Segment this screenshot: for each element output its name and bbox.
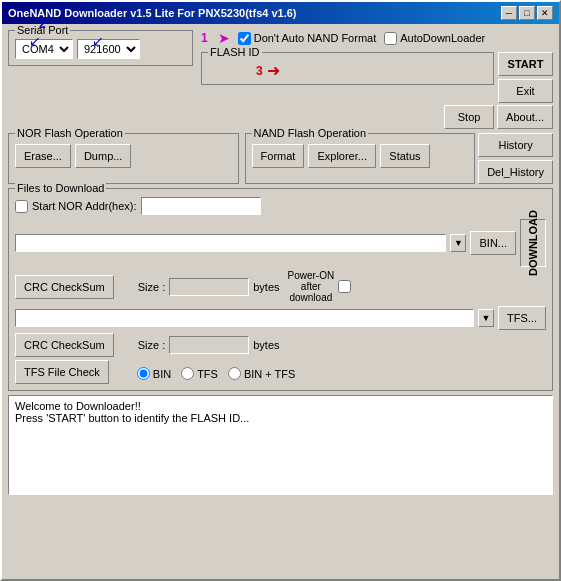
- tfs-file-row: ▼ TFS...: [15, 306, 546, 330]
- auto-downloader-checkbox[interactable]: [384, 32, 397, 45]
- nor-flash-label: NOR Flash Operation: [15, 127, 125, 139]
- start-exit-area: START Exit: [498, 52, 553, 103]
- flash-id-label: FLASH ID: [208, 46, 262, 58]
- history-button[interactable]: History: [478, 133, 553, 157]
- download-label: download: [289, 292, 332, 303]
- title-bar-buttons: ─ □ ✕: [501, 6, 553, 20]
- auto-downloader-checkbox-label[interactable]: AutoDownLoader: [384, 32, 485, 45]
- power-on-label: Power-ON: [288, 270, 335, 281]
- serial-port-group: Serial Port 2 COM4 COM1 COM2 COM3 921600…: [8, 30, 193, 66]
- nor-flash-group: NOR Flash Operation Erase... Dump...: [8, 133, 239, 184]
- about-button[interactable]: About...: [497, 105, 553, 129]
- serial-port-row: COM4 COM1 COM2 COM3 921600 9600 19200 38…: [15, 39, 186, 59]
- tfs-check-radio-row: TFS File Check BIN TFS BIN + TFS: [15, 360, 546, 384]
- power-on-checkbox[interactable]: [338, 280, 351, 293]
- maximize-button[interactable]: □: [519, 6, 535, 20]
- radio-tfs-label[interactable]: TFS: [181, 367, 218, 380]
- baud-rate-select[interactable]: 921600 9600 19200 38400 57600 115200: [77, 39, 140, 59]
- flash-operations: NOR Flash Operation Erase... Dump... NAN…: [8, 133, 475, 184]
- top-right-area: 1 ➤ Don't Auto NAND Format AutoDownLoade…: [201, 30, 553, 129]
- nor-op-buttons: Erase... Dump...: [15, 144, 232, 168]
- tfs-file-check-button[interactable]: TFS File Check: [15, 360, 109, 384]
- tfs-dropdown-btn[interactable]: ▼: [478, 309, 494, 327]
- format-button[interactable]: Format: [252, 144, 305, 168]
- erase-button[interactable]: Erase...: [15, 144, 71, 168]
- start-nor-addr-input[interactable]: [141, 197, 261, 215]
- stop-about-row: Stop About...: [201, 105, 553, 129]
- log-area: Welcome to Downloader!! Press 'START' bu…: [8, 395, 553, 495]
- files-group: Files to Download Start NOR Addr(hex): ▼…: [8, 188, 553, 391]
- close-button[interactable]: ✕: [537, 6, 553, 20]
- bin-dropdown-btn[interactable]: ▼: [450, 234, 466, 252]
- main-window: OneNAND Downloader v1.5 Lite For PNX5230…: [0, 0, 561, 581]
- radio-bin-tfs[interactable]: [228, 367, 241, 380]
- annotation-3: 3: [256, 64, 263, 78]
- annotation-1: 1: [201, 31, 208, 45]
- start-addr-row: Start NOR Addr(hex):: [15, 197, 546, 215]
- bytes-label2: bytes: [253, 339, 279, 351]
- start-nor-addr-label: Start NOR Addr(hex):: [32, 200, 137, 212]
- auto-downloader-text: AutoDownLoader: [400, 32, 485, 44]
- power-on-area: Power-ON after download: [288, 270, 335, 303]
- arrow-red-start: ➜: [267, 61, 280, 80]
- start-nor-addr-checkbox[interactable]: [15, 200, 28, 213]
- bytes-label1: bytes: [253, 281, 279, 293]
- nand-flash-label: NAND Flash Operation: [252, 127, 369, 139]
- after-label: after: [301, 281, 321, 292]
- title-bar: OneNAND Downloader v1.5 Lite For PNX5230…: [2, 2, 559, 24]
- dump-button[interactable]: Dump...: [75, 144, 132, 168]
- minimize-button[interactable]: ─: [501, 6, 517, 20]
- tfs-file-input[interactable]: [15, 309, 474, 327]
- radio-row: BIN TFS BIN + TFS: [137, 367, 296, 380]
- bin-file-row: ▼ BIN... DOWNLOAD: [15, 219, 546, 267]
- arrow-purple: ➤: [218, 30, 230, 46]
- history-row: NOR Flash Operation Erase... Dump... NAN…: [8, 133, 553, 184]
- log-line1: Welcome to Downloader!!: [15, 400, 546, 412]
- start-button[interactable]: START: [498, 52, 553, 76]
- size-label2: Size :: [138, 339, 166, 351]
- radio-bin[interactable]: [137, 367, 150, 380]
- radio-tfs-text: TFS: [197, 368, 218, 380]
- bin-file-input[interactable]: [15, 234, 446, 252]
- crc-checksum1-button[interactable]: CRC CheckSum: [15, 275, 114, 299]
- size-label1: Size :: [138, 281, 166, 293]
- window-title: OneNAND Downloader v1.5 Lite For PNX5230…: [8, 7, 297, 19]
- files-content: Start NOR Addr(hex): ▼ BIN... DOWNLOAD C…: [15, 197, 546, 384]
- dont-auto-nand-text: Don't Auto NAND Format: [254, 32, 377, 44]
- content-area: Serial Port 2 COM4 COM1 COM2 COM3 921600…: [2, 24, 559, 501]
- dont-auto-nand-checkbox-label[interactable]: Don't Auto NAND Format: [238, 32, 377, 45]
- annotation-2: 2: [39, 17, 46, 31]
- radio-bin-text: BIN: [153, 368, 171, 380]
- status-button[interactable]: Status: [380, 144, 430, 168]
- history-buttons: History Del_History: [478, 133, 553, 184]
- crc-checksum2-button[interactable]: CRC CheckSum: [15, 333, 114, 357]
- nand-op-buttons: Format Explorer... Status: [252, 144, 469, 168]
- tfs-browse-button[interactable]: TFS...: [498, 306, 546, 330]
- radio-bin-tfs-label[interactable]: BIN + TFS: [228, 367, 295, 380]
- top-row: Serial Port 2 COM4 COM1 COM2 COM3 921600…: [8, 30, 553, 129]
- explorer-button[interactable]: Explorer...: [308, 144, 376, 168]
- dont-auto-nand-checkbox[interactable]: [238, 32, 251, 45]
- files-label: Files to Download: [15, 182, 106, 194]
- flash-id-group: FLASH ID 3 ➜: [201, 52, 494, 85]
- checkboxes-row: 1 ➤ Don't Auto NAND Format AutoDownLoade…: [201, 30, 553, 46]
- bin-browse-button[interactable]: BIN...: [470, 231, 516, 255]
- radio-tfs[interactable]: [181, 367, 194, 380]
- exit-button[interactable]: Exit: [498, 79, 553, 103]
- crc-row-2: CRC CheckSum Size : bytes: [15, 333, 546, 357]
- size-input2: [169, 336, 249, 354]
- size-input1: [169, 278, 249, 296]
- download-button[interactable]: DOWNLOAD: [520, 219, 546, 267]
- del-history-button[interactable]: Del_History: [478, 160, 553, 184]
- com-port-select[interactable]: COM4 COM1 COM2 COM3: [15, 39, 73, 59]
- nand-flash-group: NAND Flash Operation Format Explorer... …: [245, 133, 476, 184]
- crc-row-1: CRC CheckSum Size : bytes Power-ON after…: [15, 270, 546, 303]
- radio-bin-label[interactable]: BIN: [137, 367, 171, 380]
- log-line3: Press 'START' button to identify the FLA…: [15, 412, 546, 424]
- radio-bin-tfs-text: BIN + TFS: [244, 368, 295, 380]
- stop-button[interactable]: Stop: [444, 105, 494, 129]
